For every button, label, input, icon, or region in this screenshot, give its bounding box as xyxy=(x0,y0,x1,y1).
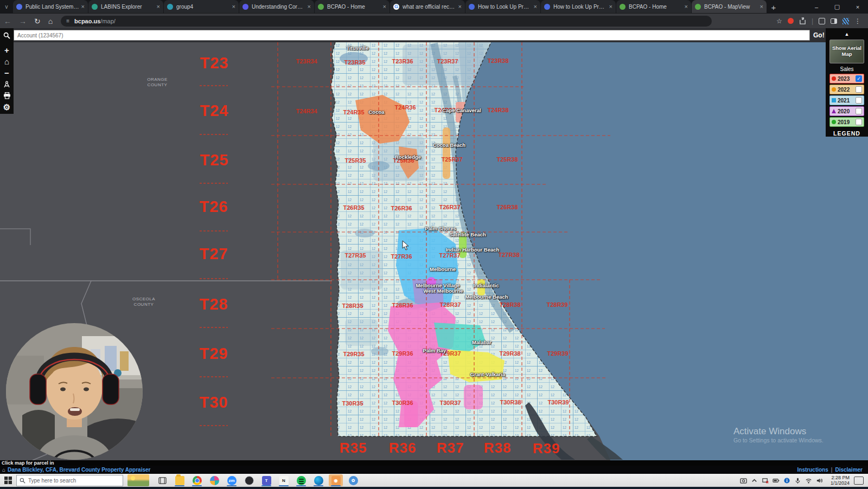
site-settings-icon[interactable]: ≡ xyxy=(66,18,70,24)
tab-close-icon[interactable]: × xyxy=(232,3,235,10)
tab-close-icon[interactable]: × xyxy=(534,3,537,10)
notion-icon[interactable]: N xyxy=(277,474,291,486)
year-checkbox[interactable] xyxy=(856,86,862,93)
taskbar-search-placeholder: Type here to search xyxy=(28,478,76,484)
tab-close-icon[interactable]: × xyxy=(81,3,85,10)
media-panel-icon[interactable] xyxy=(819,18,825,24)
footer-home-icon[interactable]: ⌂ xyxy=(2,467,5,473)
volume-icon[interactable] xyxy=(816,477,823,484)
spotify-icon[interactable] xyxy=(294,474,308,486)
browser-tab[interactable]: How to Look Up Property Inf× xyxy=(465,0,540,13)
back-icon[interactable]: ← xyxy=(4,17,11,25)
go-button[interactable]: Go! xyxy=(813,31,825,39)
wifi-icon[interactable] xyxy=(805,477,812,484)
new-tab-button[interactable]: + xyxy=(767,1,780,14)
spotify-glyph xyxy=(297,476,306,485)
menu-kebab-icon[interactable]: ⋮ xyxy=(854,17,861,25)
tab-close-icon[interactable]: × xyxy=(308,3,311,10)
home-tool[interactable]: ⌂ xyxy=(1,56,12,67)
print-tool[interactable] xyxy=(1,90,12,101)
measure-tool[interactable] xyxy=(1,79,12,90)
browser-tab[interactable]: Understanding Corner Monu× xyxy=(239,0,314,13)
adblock-extension-icon[interactable] xyxy=(788,18,794,24)
taskbar-clock[interactable]: 2:28 PM 1/1/2024 xyxy=(831,475,850,486)
sales-year-2021: 2021 xyxy=(829,95,864,105)
obs-icon[interactable] xyxy=(740,477,747,484)
region-melbourne-village xyxy=(426,277,436,287)
clock-app-glyph xyxy=(245,476,254,485)
year-label: 2021 xyxy=(838,98,856,104)
zoom-in-tool[interactable]: + xyxy=(1,44,12,56)
instructions-link[interactable]: Instructions xyxy=(797,467,828,473)
show-aerial-map-button[interactable]: Show Aerial Map xyxy=(829,40,864,63)
running-indicator xyxy=(175,485,184,486)
clock-app-icon[interactable] xyxy=(242,474,256,486)
chrome-icon[interactable] xyxy=(190,474,204,486)
tab-search-icon[interactable]: v xyxy=(0,0,13,14)
browser-tab[interactable]: BCPAO - MapView× xyxy=(692,0,767,13)
year-checkbox[interactable] xyxy=(856,119,862,125)
zoom-icon[interactable]: zm xyxy=(225,474,239,486)
maximize-button[interactable]: ▢ xyxy=(827,0,847,14)
sprocket-blue-favicon xyxy=(16,4,22,10)
collapse-panel-button[interactable]: ▲ xyxy=(826,28,868,40)
file-explorer-icon[interactable] xyxy=(173,474,187,486)
browser-tab[interactable]: Gwhat are official records book× xyxy=(390,0,465,13)
browser-tab[interactable]: LABINS Explorer× xyxy=(88,0,163,13)
close-button[interactable]: × xyxy=(847,0,868,14)
sales-label: Sales xyxy=(840,66,853,72)
teams-glyph: T xyxy=(262,476,271,485)
address-path: /map/ xyxy=(100,18,116,24)
sprocket-blue-favicon xyxy=(469,4,475,10)
browser-tab[interactable]: group4× xyxy=(164,0,239,13)
minimize-button[interactable]: – xyxy=(806,0,827,14)
year-checkbox[interactable]: ✓ xyxy=(856,75,862,82)
browser-tab[interactable]: How to Look Up Property Inf× xyxy=(541,0,616,13)
weather-widget[interactable] xyxy=(127,474,149,486)
settings-tool[interactable]: ⚙ xyxy=(1,101,12,113)
parcel-search-bar: Go! xyxy=(0,28,868,42)
task-view-button[interactable] xyxy=(155,474,169,486)
home-icon[interactable]: ⌂ xyxy=(48,17,53,25)
browser-tab[interactable]: Public Land System Explained× xyxy=(13,0,88,13)
tab-close-icon[interactable]: × xyxy=(685,3,688,10)
address-bar[interactable]: ≡ bcpao.us /map/ xyxy=(61,16,712,27)
tab-close-icon[interactable]: × xyxy=(383,3,386,10)
start-button[interactable] xyxy=(0,474,16,487)
edge-icon[interactable] xyxy=(311,474,326,486)
blue-extension-icon[interactable] xyxy=(843,18,849,24)
taskbar-search-box[interactable]: Type here to search xyxy=(16,475,123,486)
tab-close-icon[interactable]: × xyxy=(760,3,763,10)
side-panel-icon[interactable] xyxy=(831,18,837,24)
year-label: 2019 xyxy=(838,119,856,125)
year-checkbox[interactable] xyxy=(856,97,862,104)
extensions-puzzle-icon[interactable] xyxy=(799,17,806,24)
map-hint-bar: Click map for parcel in xyxy=(0,460,868,466)
legend-button[interactable]: LEGEND xyxy=(833,130,860,137)
browser-tab[interactable]: BCPAO - Home× xyxy=(616,0,691,13)
browser-tab[interactable]: BCPAO - Home× xyxy=(315,0,390,13)
pinwheel-app-icon[interactable] xyxy=(207,474,221,486)
obs-gear-icon[interactable]: ✿ xyxy=(346,474,360,486)
chevron-up-icon[interactable] xyxy=(751,477,758,484)
capture-app-icon[interactable]: ◉ xyxy=(329,474,343,486)
year-checkbox[interactable] xyxy=(856,108,862,114)
teams-icon[interactable]: T xyxy=(259,474,273,486)
disclaimer-link[interactable]: Disclaimer xyxy=(835,467,863,473)
system-tray: 2:28 PM 1/1/2024 xyxy=(738,475,868,486)
bookmark-star-icon[interactable]: ☆ xyxy=(776,17,782,25)
action-center-icon[interactable] xyxy=(854,477,864,485)
microphone-icon[interactable] xyxy=(794,477,801,484)
network-error-icon[interactable] xyxy=(762,477,769,484)
battery-icon[interactable] xyxy=(773,477,780,484)
zoom-out-tool[interactable]: − xyxy=(1,67,12,79)
reload-icon[interactable]: ↻ xyxy=(34,17,41,25)
sprocket-blue-favicon xyxy=(544,4,550,10)
account-search-input[interactable] xyxy=(14,30,810,41)
info-icon[interactable] xyxy=(783,477,790,484)
tab-title: BCPAO - Home xyxy=(629,4,682,10)
tab-close-icon[interactable]: × xyxy=(157,3,160,10)
forward-icon[interactable]: → xyxy=(19,17,27,25)
tab-close-icon[interactable]: × xyxy=(458,3,462,10)
tab-close-icon[interactable]: × xyxy=(609,3,612,10)
